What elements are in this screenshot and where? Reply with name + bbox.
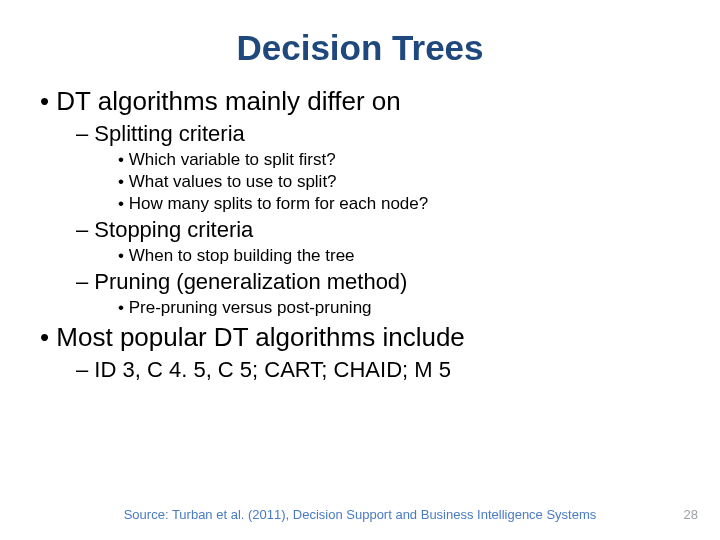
bullet-list-level3: Which variable to split first? What valu… bbox=[76, 150, 696, 214]
bullet-text: Pre-pruning versus post-pruning bbox=[129, 298, 372, 317]
list-item: DT algorithms mainly differ on Splitting… bbox=[40, 86, 696, 318]
bullet-list-level3: Pre-pruning versus post-pruning bbox=[76, 298, 696, 318]
bullet-list-level2: Splitting criteria Which variable to spl… bbox=[40, 121, 696, 318]
bullet-text: What values to use to split? bbox=[129, 172, 337, 191]
bullet-text: Which variable to split first? bbox=[129, 150, 336, 169]
page-number: 28 bbox=[684, 507, 698, 522]
list-item: Splitting criteria Which variable to spl… bbox=[76, 121, 696, 214]
bullet-text: Stopping criteria bbox=[94, 217, 253, 242]
slide-title: Decision Trees bbox=[24, 28, 696, 68]
list-item: Pruning (generalization method) Pre-prun… bbox=[76, 269, 696, 318]
bullet-list-level3: When to stop building the tree bbox=[76, 246, 696, 266]
list-item: Most popular DT algorithms include ID 3,… bbox=[40, 322, 696, 383]
list-item: Pre-pruning versus post-pruning bbox=[118, 298, 696, 318]
bullet-text: When to stop building the tree bbox=[129, 246, 355, 265]
list-item: What values to use to split? bbox=[118, 172, 696, 192]
bullet-text: Splitting criteria bbox=[94, 121, 244, 146]
list-item: ID 3, C 4. 5, C 5; CART; CHAID; M 5 bbox=[76, 357, 696, 383]
source-citation: Source: Turban et al. (2011), Decision S… bbox=[0, 507, 720, 522]
bullet-text: Most popular DT algorithms include bbox=[56, 322, 464, 352]
list-item: Which variable to split first? bbox=[118, 150, 696, 170]
bullet-list-level1: DT algorithms mainly differ on Splitting… bbox=[24, 86, 696, 383]
bullet-text: How many splits to form for each node? bbox=[129, 194, 429, 213]
bullet-list-level2: ID 3, C 4. 5, C 5; CART; CHAID; M 5 bbox=[40, 357, 696, 383]
list-item: Stopping criteria When to stop building … bbox=[76, 217, 696, 266]
bullet-text: Pruning (generalization method) bbox=[94, 269, 407, 294]
bullet-text: DT algorithms mainly differ on bbox=[56, 86, 400, 116]
list-item: How many splits to form for each node? bbox=[118, 194, 696, 214]
list-item: When to stop building the tree bbox=[118, 246, 696, 266]
bullet-text: ID 3, C 4. 5, C 5; CART; CHAID; M 5 bbox=[94, 357, 451, 382]
